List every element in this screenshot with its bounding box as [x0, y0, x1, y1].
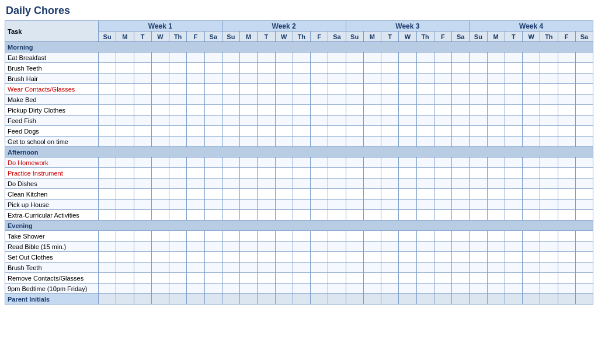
day-cell[interactable]: [187, 63, 204, 74]
day-cell[interactable]: [258, 262, 275, 273]
day-cell[interactable]: [134, 94, 151, 105]
day-cell[interactable]: [558, 252, 575, 262]
day-cell[interactable]: [540, 74, 558, 84]
day-cell[interactable]: [416, 189, 434, 200]
day-cell[interactable]: [540, 126, 558, 136]
day-cell[interactable]: [416, 84, 434, 94]
day-cell[interactable]: [258, 116, 275, 126]
day-cell[interactable]: [275, 126, 293, 136]
day-cell[interactable]: [575, 63, 593, 74]
day-cell[interactable]: [293, 178, 310, 189]
day-cell[interactable]: [470, 116, 487, 126]
day-cell[interactable]: [258, 126, 275, 136]
day-cell[interactable]: [381, 284, 399, 294]
day-cell[interactable]: [134, 200, 151, 210]
day-cell[interactable]: [470, 168, 487, 178]
day-cell[interactable]: [116, 94, 134, 105]
day-cell[interactable]: [293, 52, 310, 63]
day-cell[interactable]: [434, 273, 451, 284]
day-cell[interactable]: [470, 189, 487, 200]
day-cell[interactable]: [204, 231, 222, 242]
day-cell[interactable]: [487, 178, 505, 189]
day-cell[interactable]: [416, 116, 434, 126]
day-cell[interactable]: [116, 178, 134, 189]
day-cell[interactable]: [558, 136, 575, 147]
day-cell[interactable]: [204, 116, 222, 126]
day-cell[interactable]: [452, 178, 470, 189]
day-cell[interactable]: [99, 231, 116, 242]
day-cell[interactable]: [240, 136, 258, 147]
day-cell[interactable]: [293, 74, 310, 84]
day-cell[interactable]: [505, 94, 522, 105]
day-cell[interactable]: [258, 189, 275, 200]
day-cell[interactable]: [258, 63, 275, 74]
day-cell[interactable]: [311, 52, 328, 63]
day-cell[interactable]: [381, 94, 399, 105]
day-cell[interactable]: [169, 189, 187, 200]
day-cell[interactable]: [204, 200, 222, 210]
day-cell[interactable]: [169, 200, 187, 210]
day-cell[interactable]: [187, 178, 204, 189]
day-cell[interactable]: [575, 189, 593, 200]
day-cell[interactable]: [328, 189, 346, 200]
parent-initials-cell[interactable]: [452, 294, 470, 304]
day-cell[interactable]: [275, 231, 293, 242]
day-cell[interactable]: [169, 231, 187, 242]
day-cell[interactable]: [204, 178, 222, 189]
day-cell[interactable]: [540, 200, 558, 210]
day-cell[interactable]: [381, 178, 399, 189]
day-cell[interactable]: [187, 252, 204, 262]
day-cell[interactable]: [204, 52, 222, 63]
day-cell[interactable]: [452, 252, 470, 262]
day-cell[interactable]: [204, 273, 222, 284]
day-cell[interactable]: [134, 284, 151, 294]
day-cell[interactable]: [116, 74, 134, 84]
day-cell[interactable]: [523, 168, 540, 178]
day-cell[interactable]: [434, 105, 451, 116]
day-cell[interactable]: [540, 189, 558, 200]
day-cell[interactable]: [134, 52, 151, 63]
day-cell[interactable]: [293, 189, 310, 200]
day-cell[interactable]: [204, 158, 222, 168]
day-cell[interactable]: [258, 178, 275, 189]
day-cell[interactable]: [222, 262, 239, 273]
day-cell[interactable]: [452, 273, 470, 284]
day-cell[interactable]: [311, 63, 328, 74]
day-cell[interactable]: [416, 136, 434, 147]
day-cell[interactable]: [575, 84, 593, 94]
day-cell[interactable]: [575, 126, 593, 136]
day-cell[interactable]: [452, 105, 470, 116]
day-cell[interactable]: [346, 136, 363, 147]
day-cell[interactable]: [222, 84, 239, 94]
day-cell[interactable]: [487, 74, 505, 84]
day-cell[interactable]: [116, 252, 134, 262]
day-cell[interactable]: [311, 94, 328, 105]
day-cell[interactable]: [470, 74, 487, 84]
day-cell[interactable]: [222, 200, 239, 210]
day-cell[interactable]: [328, 74, 346, 84]
day-cell[interactable]: [381, 200, 399, 210]
day-cell[interactable]: [204, 210, 222, 220]
parent-initials-cell[interactable]: [540, 294, 558, 304]
day-cell[interactable]: [434, 168, 451, 178]
day-cell[interactable]: [470, 84, 487, 94]
day-cell[interactable]: [258, 231, 275, 242]
day-cell[interactable]: [169, 63, 187, 74]
day-cell[interactable]: [204, 63, 222, 74]
day-cell[interactable]: [275, 63, 293, 74]
day-cell[interactable]: [505, 168, 522, 178]
day-cell[interactable]: [311, 189, 328, 200]
day-cell[interactable]: [240, 231, 258, 242]
day-cell[interactable]: [452, 210, 470, 220]
day-cell[interactable]: [204, 105, 222, 116]
day-cell[interactable]: [452, 200, 470, 210]
day-cell[interactable]: [399, 74, 416, 84]
day-cell[interactable]: [434, 200, 451, 210]
day-cell[interactable]: [487, 136, 505, 147]
day-cell[interactable]: [240, 252, 258, 262]
day-cell[interactable]: [540, 52, 558, 63]
day-cell[interactable]: [452, 52, 470, 63]
parent-initials-cell[interactable]: [99, 294, 116, 304]
day-cell[interactable]: [505, 284, 522, 294]
day-cell[interactable]: [134, 210, 151, 220]
